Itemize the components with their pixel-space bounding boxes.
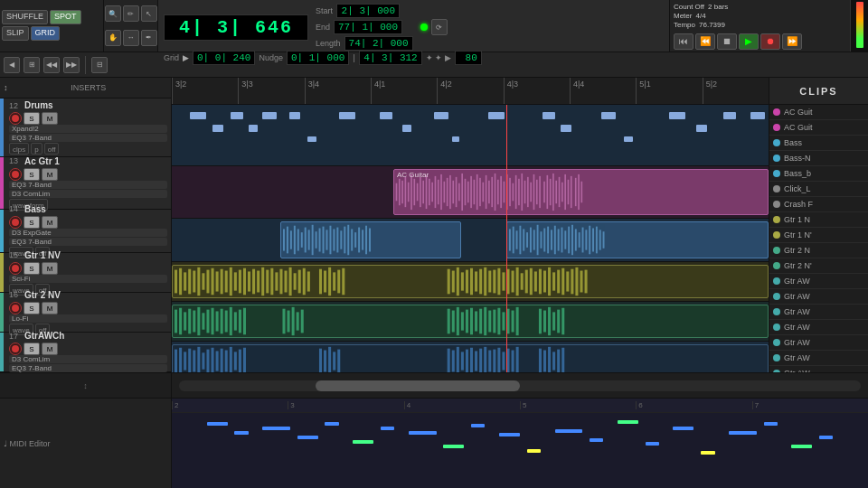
- mute-gtr2[interactable]: M: [42, 302, 58, 314]
- mute-bass[interactable]: M: [42, 216, 58, 229]
- solo-gtr2[interactable]: S: [24, 302, 40, 314]
- record-arm-gtr2[interactable]: [9, 302, 22, 314]
- scrollbar-thumb[interactable]: [316, 380, 520, 391]
- clip-item-1[interactable]: AC Guit: [769, 120, 868, 136]
- midi-right[interactable]: 2 3 4 5 6 7: [172, 399, 868, 488]
- region-btn[interactable]: ⊟: [91, 57, 108, 73]
- clip-gtrawch[interactable]: [172, 344, 769, 372]
- svg-rect-235: [221, 349, 223, 372]
- svg-rect-227: [184, 352, 186, 370]
- record-arm-gtrawch[interactable]: [9, 343, 22, 355]
- grid-label: Grid: [164, 53, 179, 62]
- clip-item-15[interactable]: Gtr AW: [769, 335, 868, 351]
- solo-gtrawch[interactable]: S: [24, 343, 40, 355]
- clip-gtr1[interactable]: [172, 265, 769, 298]
- record-btn[interactable]: ⏺: [760, 33, 780, 50]
- play-btn[interactable]: ▶: [739, 33, 759, 50]
- insert2-drums: EQ3 7-Band: [9, 134, 167, 142]
- track-lane-drums[interactable]: [172, 105, 769, 166]
- spot-btn[interactable]: SPOT: [50, 10, 81, 24]
- solo-acgtr[interactable]: S: [24, 168, 40, 181]
- clip-bass1[interactable]: [280, 221, 461, 258]
- pencil-btn[interactable]: ✏: [123, 5, 139, 22]
- p-drums[interactable]: p: [31, 143, 42, 155]
- clip-item-14[interactable]: Gtr AW: [769, 320, 868, 335]
- svg-rect-267: [561, 348, 564, 372]
- clip-item-3[interactable]: Bass-N: [769, 151, 868, 166]
- clip-item-dot: [773, 216, 780, 223]
- svg-rect-232: [206, 350, 209, 372]
- record-arm-gtr1[interactable]: [9, 262, 22, 275]
- solo-gtr1[interactable]: S: [24, 262, 40, 275]
- mute-acgtr[interactable]: M: [42, 168, 58, 181]
- clip-item-7[interactable]: Gtr 1 N: [769, 212, 868, 228]
- shuffle-btn[interactable]: SHUFFLE: [2, 10, 48, 24]
- svg-rect-137: [275, 272, 278, 290]
- record-arm-acgtr[interactable]: [9, 168, 22, 181]
- track-lane-gtr2[interactable]: [172, 302, 769, 342]
- fast-fwd-btn[interactable]: ⏩: [782, 33, 802, 50]
- clip-item-2[interactable]: Bass: [769, 136, 868, 151]
- mute-gtrawch[interactable]: M: [42, 343, 58, 355]
- track-lane-gtr1[interactable]: [172, 262, 769, 302]
- left-arrow-btn[interactable]: ◀: [4, 57, 20, 73]
- track-lane-bass[interactable]: [172, 219, 769, 262]
- clip-item-8[interactable]: Gtr 1 N': [769, 228, 868, 243]
- rewind-btn[interactable]: ⏮: [674, 33, 693, 50]
- insert1-acgtr: EQ3 7-Band: [9, 181, 167, 189]
- left-nav-btn[interactable]: ◀◀: [43, 57, 60, 73]
- zoom-in-btn[interactable]: ⊞: [24, 57, 40, 73]
- hand-btn[interactable]: ✋: [105, 30, 121, 46]
- clip-item-16[interactable]: Gtr AW: [769, 351, 868, 366]
- track-color-bass: [0, 210, 4, 252]
- record-arm-drums[interactable]: [9, 112, 22, 125]
- midi-content[interactable]: [172, 413, 868, 488]
- clip-bass2[interactable]: [506, 221, 769, 258]
- track-lane-acgtr[interactable]: AC Guitar: [172, 166, 769, 219]
- fast-back-btn[interactable]: ⏪: [695, 33, 715, 50]
- clip-item-17[interactable]: Gtr AW: [769, 366, 868, 372]
- track-name-gtr1: Gtr 1 NV: [24, 250, 61, 260]
- off-drums[interactable]: off: [44, 143, 60, 155]
- svg-rect-112: [596, 227, 598, 254]
- clip-item-11[interactable]: Gtr AW: [769, 274, 868, 289]
- clips-list[interactable]: AC GuitAC GuitBassBass-NBass_bClick_LCra…: [769, 105, 868, 372]
- clip-item-5[interactable]: Click_L: [769, 182, 868, 197]
- record-arm-bass[interactable]: [9, 216, 22, 229]
- slip-btn[interactable]: SLIP: [2, 26, 29, 41]
- clip-item-10[interactable]: Gtr 2 N': [769, 258, 868, 274]
- pen-btn[interactable]: ✒: [141, 30, 157, 46]
- clip-gtr2[interactable]: [172, 305, 769, 338]
- trim-btn[interactable]: ↔: [123, 30, 139, 46]
- zoom-btn[interactable]: 🔍: [105, 5, 121, 22]
- svg-rect-192: [221, 309, 223, 334]
- clip-item-6[interactable]: Crash F: [769, 197, 868, 212]
- scrollbar-track[interactable]: [179, 380, 861, 391]
- svg-rect-251: [470, 348, 473, 372]
- solo-drums[interactable]: S: [24, 112, 40, 125]
- mute-gtr1[interactable]: M: [42, 262, 58, 275]
- svg-rect-152: [452, 271, 455, 293]
- track-name-gtrawch: GtrAWCh: [24, 331, 64, 341]
- clip-acguitar[interactable]: AC Guitar: [393, 169, 769, 215]
- clip-item-9[interactable]: Gtr 2 N: [769, 243, 868, 258]
- svg-rect-203: [448, 309, 450, 334]
- stop-btn[interactable]: ⏹: [717, 33, 737, 50]
- sync-btn[interactable]: ⟳: [431, 19, 448, 35]
- cursor-btn[interactable]: ↖: [141, 5, 157, 22]
- clip-item-4[interactable]: Bass_b: [769, 166, 868, 182]
- tracks-scroll[interactable]: AC Guitar: [172, 105, 769, 372]
- svg-rect-60: [578, 174, 580, 210]
- svg-rect-120: [197, 267, 200, 296]
- clip-item-12[interactable]: Gtr AW: [769, 289, 868, 305]
- clip-item-13[interactable]: Gtr AW: [769, 305, 868, 320]
- grid-btn[interactable]: GRID: [31, 26, 61, 41]
- svg-rect-56: [564, 174, 566, 210]
- solo-bass[interactable]: S: [24, 216, 40, 229]
- clips-header: CLIPS: [769, 78, 868, 105]
- clip-item-0[interactable]: AC Guit: [769, 105, 868, 120]
- mute-drums[interactable]: M: [42, 112, 58, 125]
- clps-drums[interactable]: clps: [9, 143, 29, 155]
- track-lane-gtrawch[interactable]: [172, 342, 769, 372]
- right-nav-btn[interactable]: ▶▶: [63, 57, 80, 73]
